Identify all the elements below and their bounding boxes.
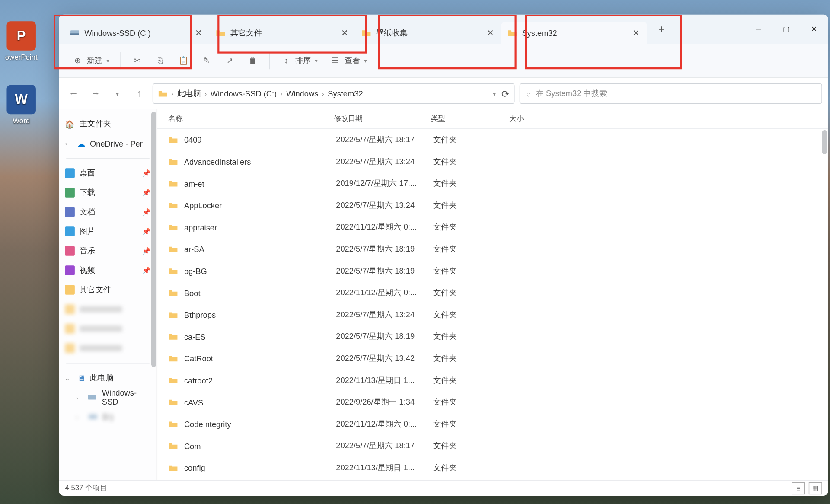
chevron-right-icon: › [170,90,175,97]
breadcrumb-item[interactable]: Windows [284,89,321,98]
column-header-type[interactable]: 类型 [431,114,509,124]
file-row[interactable]: Boot2022/11/12/星期六 0:...文件夹 [157,282,828,304]
scrollbar-thumb[interactable] [822,130,827,154]
breadcrumb-item[interactable]: System32 [326,89,366,98]
file-row[interactable]: CatRoot2022/5/7/星期六 13:42文件夹 [157,348,828,370]
file-row[interactable]: AdvancedInstallers2022/5/7/星期六 13:24文件夹 [157,151,828,173]
column-header-name[interactable]: 名称 [168,114,333,124]
drive-icon [88,392,97,402]
rename-button[interactable]: ✎ [196,50,217,72]
file-row[interactable]: ca-ES2022/5/7/星期六 18:19文件夹 [157,325,828,348]
new-tab-button[interactable]: + [652,19,671,39]
chevron-right-icon[interactable]: › [76,413,83,420]
file-row[interactable]: AppLocker2022/5/7/星期六 13:24文件夹 [157,195,828,217]
file-row[interactable]: ar-SA2022/5/7/星期六 18:19文件夹 [157,238,828,260]
search-input[interactable]: ⌕ 在 System32 中搜索 [520,83,822,104]
folder-icon [65,168,74,178]
folder-icon [361,28,371,38]
status-bar: 4,537 个项目 ≡ ▦ [59,480,828,496]
file-row[interactable]: 04092022/5/7/星期六 18:17文件夹 [157,129,828,151]
file-row[interactable]: Com2022/5/7/星期六 18:17文件夹 [157,435,828,457]
desktop-icon-powerpoint[interactable]: P owerPoint [0,21,42,61]
up-button[interactable]: ↑ [131,85,147,102]
tab-other-files[interactable]: 其它文件 ✕ [210,22,355,44]
sidebar-item-blurred[interactable] [59,300,156,319]
sidebar-item-drive[interactable]: › D:) [59,407,156,427]
new-button[interactable]: ⊕ 新建 ▾ [67,50,114,72]
sidebar-item-blurred[interactable] [59,319,156,338]
back-button[interactable]: ← [65,85,82,102]
chevron-down-icon[interactable]: ▾ [493,89,496,97]
breadcrumb-item[interactable]: 此电脑 [175,88,203,99]
file-row[interactable]: bg-BG2022/5/7/星期六 18:19文件夹 [157,260,828,282]
file-date: 2022/11/12/星期六 0:... [336,287,433,298]
file-name: CatRoot [184,354,336,363]
sidebar-item-drive[interactable]: › Windows-SSD [59,388,156,407]
sidebar-item-quick[interactable]: 桌面📌 [59,163,156,183]
tab-windows-ssd[interactable]: Windows-SSD (C:) ✕ [64,22,210,44]
file-row[interactable]: catroot22022/11/13/星期日 1...文件夹 [157,370,828,392]
sidebar-item-quick[interactable]: 其它文件 [59,280,156,300]
tab-close-button[interactable]: ✕ [340,28,349,38]
forward-button[interactable]: → [87,85,104,102]
chevron-right-icon[interactable]: › [65,140,72,147]
breadcrumb-item[interactable]: Windows-SSD (C:) [208,89,279,98]
sidebar-item-quick[interactable]: 视频📌 [59,261,156,280]
file-date: 2019/12/7/星期六 17:... [336,178,433,189]
address-bar[interactable]: › 此电脑 › Windows-SSD (C:) › Windows › Sys… [153,83,515,104]
refresh-button[interactable]: ⟳ [501,88,509,99]
file-row[interactable]: Bthprops2022/5/7/星期六 13:24文件夹 [157,304,828,326]
sort-icon: ↕ [281,55,291,66]
file-row[interactable]: config2022/11/13/星期日 1...文件夹 [157,457,828,479]
desktop-icon-word[interactable]: W Word [0,85,42,125]
sidebar-item-quick[interactable]: 音乐📌 [59,241,156,261]
file-row[interactable]: am-et2019/12/7/星期六 17:...文件夹 [157,172,828,195]
sidebar-item-quick[interactable]: 文档📌 [59,202,156,222]
details-view-button[interactable]: ≡ [792,482,805,494]
file-date: 2022/5/7/星期六 18:19 [336,331,433,342]
maximize-button[interactable]: ▢ [772,19,800,39]
tab-system32[interactable]: System32 ✕ [501,22,647,44]
tab-close-button[interactable]: ✕ [485,28,495,38]
file-row[interactable]: appraiser2022/11/12/星期六 0:...文件夹 [157,216,828,238]
sidebar-item-quick[interactable]: 下载📌 [59,183,156,202]
sidebar-item-this-pc[interactable]: ⌄ 🖥 此电脑 [59,368,156,388]
folder-icon [65,324,74,333]
close-button[interactable]: ✕ [800,19,828,39]
file-row[interactable]: cAVS2022/9/26/星期一 1:34文件夹 [157,391,828,413]
folder-icon [168,244,178,254]
more-button[interactable]: ⋯ [374,50,395,72]
copy-button[interactable]: ⎘ [150,50,171,72]
sidebar-scrollbar[interactable] [151,109,157,480]
cut-button[interactable]: ✂ [127,50,148,72]
folder-icon [65,246,74,255]
chevron-down-icon[interactable]: ⌄ [65,375,72,381]
folder-icon [65,343,74,353]
minimize-button[interactable]: ─ [744,19,773,39]
tab-wallpapers[interactable]: 壁纸收集 ✕ [355,22,501,44]
sidebar-item-onedrive[interactable]: › ☁ OneDrive - Per [59,134,156,153]
paste-button[interactable]: 📋 [173,50,194,72]
file-row[interactable]: CodeIntegrity2022/11/12/星期六 0:...文件夹 [157,413,828,435]
svg-rect-2 [88,395,96,400]
search-icon: ⌕ [526,89,531,98]
delete-button[interactable]: 🗑 [243,50,263,72]
chevron-right-icon[interactable]: › [76,394,83,401]
more-icon: ⋯ [379,55,390,66]
icons-view-button[interactable]: ▦ [809,482,822,494]
sidebar-item-blurred[interactable] [59,338,156,358]
tab-close-button[interactable]: ✕ [194,28,203,38]
view-button[interactable]: ☰ 查看 ▾ [325,50,372,72]
sort-button[interactable]: ↕ 排序 ▾ [276,50,322,72]
sidebar-item-home[interactable]: 🏠 主文件夹 [59,114,156,134]
sidebar-item-quick[interactable]: 图片📌 [59,222,156,241]
sidebar-item-label [80,345,122,351]
content-scrollbar[interactable] [821,130,827,470]
column-header-date[interactable]: 修改日期 [334,114,431,124]
share-button[interactable]: ↗ [219,50,240,72]
tab-close-button[interactable]: ✕ [631,28,641,38]
folder-icon [65,207,74,217]
recent-dropdown[interactable]: ▾ [109,85,126,102]
scrollbar-thumb[interactable] [151,112,156,367]
column-header-size[interactable]: 大小 [509,114,558,124]
